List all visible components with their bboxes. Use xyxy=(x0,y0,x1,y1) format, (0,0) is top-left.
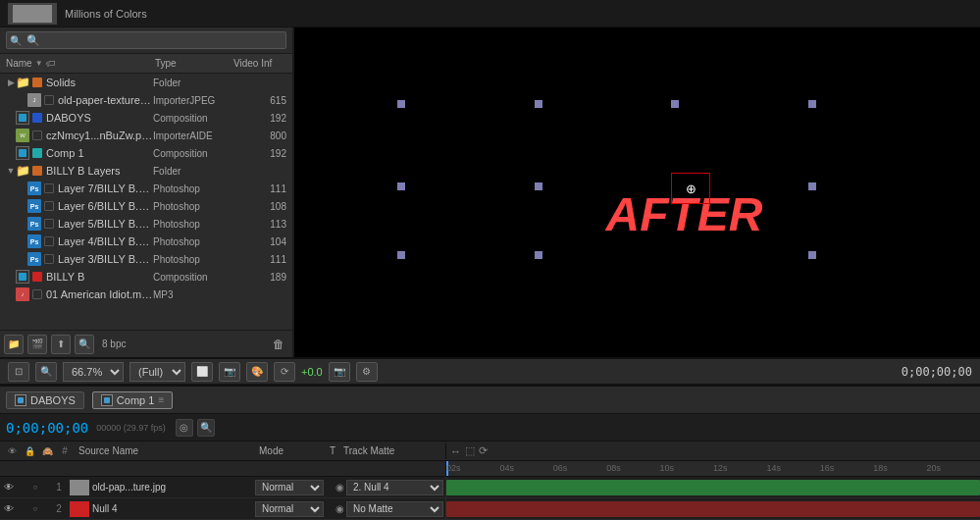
psd-icon: Ps xyxy=(27,199,41,213)
new-comp-button[interactable]: 🎬 xyxy=(27,335,47,354)
solo-button[interactable]: ◎ xyxy=(176,419,193,437)
file-name: DABOYS xyxy=(46,112,153,124)
search-input[interactable] xyxy=(6,31,286,49)
file-expand-arrow[interactable]: ▼ xyxy=(6,166,16,176)
file-list-item[interactable]: PsLayer 6/BILLY B.psdPhotoshop108 xyxy=(0,197,292,215)
tab-comp1-icon xyxy=(101,394,113,406)
file-type: Composition xyxy=(153,272,232,283)
timeline-layer-row: 👁 ○ 1 old-pap...ture.jpg Normal ◉ 2. Nul… xyxy=(0,477,980,498)
tl-shy-header: 🙈 xyxy=(39,443,55,459)
folder-icon: 📁 xyxy=(16,164,30,178)
file-name: BILLY B xyxy=(46,271,153,283)
file-list-item[interactable]: BILLY BComposition189 xyxy=(0,268,292,286)
layer-solo[interactable]: ○ xyxy=(29,504,41,513)
psd-icon: Ps xyxy=(27,234,41,248)
delete-button[interactable]: 🗑 xyxy=(269,335,288,354)
file-num: 111 xyxy=(232,254,290,265)
search-timeline-button[interactable]: 🔍 xyxy=(197,419,215,437)
tl-matte-col: Track Matte xyxy=(343,445,441,456)
file-list-item[interactable]: DABOYSComposition192 xyxy=(0,109,292,127)
zoom-out-button[interactable]: 🔍 xyxy=(35,362,57,382)
preview-dot xyxy=(808,100,816,108)
file-expand-arrow[interactable]: ▶ xyxy=(6,78,16,87)
layer-eye[interactable]: 👁 xyxy=(2,503,16,514)
jpg-icon: J xyxy=(27,93,41,107)
file-color-dot xyxy=(32,148,42,158)
ruler-mark: 18s xyxy=(873,463,888,473)
file-list-item[interactable]: Jold-paper-texture.jpgImporterJPEG615 xyxy=(0,91,292,109)
file-list-item[interactable]: PsLayer 4/BILLY B.psdPhotoshop104 xyxy=(0,233,292,250)
file-num: 189 xyxy=(232,272,290,283)
preview-icon1[interactable]: ⬜ xyxy=(191,362,213,382)
layer-matte-select[interactable]: 2. Null 4 xyxy=(346,480,443,495)
file-type: Photoshop xyxy=(153,236,232,247)
zoom-select[interactable]: 66.7% 100% 50% xyxy=(63,362,124,382)
layer-name: old-pap...ture.jpg xyxy=(92,482,255,493)
preview-dot xyxy=(397,251,405,259)
main-area: 🔍 Name ▼ 🏷 Type Video Inf ▶📁SolidsFolder… xyxy=(0,27,980,357)
layer-solo[interactable]: ○ xyxy=(29,483,41,492)
file-color-dot xyxy=(32,113,42,123)
matte-icon: ◉ xyxy=(335,482,344,493)
tl-icon2[interactable]: ⬚ xyxy=(465,444,475,457)
timeline-controls: 0;00;00;00 00000 (29.97 fps) ◎ 🔍 xyxy=(0,414,980,442)
tl-icon3[interactable]: ⟳ xyxy=(479,444,488,457)
file-type: Folder xyxy=(153,166,232,177)
preview-timecode: 0;00;00;00 xyxy=(902,365,972,379)
preview-icon3[interactable]: 🎨 xyxy=(246,362,268,382)
file-name: Layer 4/BILLY B.psd xyxy=(58,235,153,247)
ruler-mark: 14s xyxy=(766,463,781,473)
tab-daboys[interactable]: DABOYS xyxy=(6,391,84,409)
preview-dot xyxy=(808,182,816,190)
project-col-headers: Name ▼ 🏷 Type Video Inf xyxy=(0,54,292,74)
layer-bar[interactable] xyxy=(446,480,980,495)
col-name-header: Name ▼ 🏷 xyxy=(0,58,155,69)
preview-icon4[interactable]: ⟳ xyxy=(274,362,295,382)
layer-mode-select[interactable]: Normal xyxy=(255,480,324,495)
quality-select[interactable]: (Full) (Half) xyxy=(129,362,185,382)
ruler-mark: 06s xyxy=(553,463,568,473)
tl-icon1[interactable]: ↔ xyxy=(450,445,461,457)
search-button[interactable]: 🔍 xyxy=(75,335,94,354)
file-type: ImporterAIDE xyxy=(153,130,232,141)
file-list-item[interactable]: PsLayer 7/BILLY B.psdPhotoshop111 xyxy=(0,180,292,197)
file-list-item[interactable]: ▼📁BILLY B LayersFolder xyxy=(0,162,292,180)
file-name: Layer 6/BILLY B.psd xyxy=(58,200,153,212)
new-folder-button[interactable]: 📁 xyxy=(4,335,24,354)
layer-matte-select[interactable]: No Matte xyxy=(346,501,443,517)
file-list-item[interactable]: ▶📁SolidsFolder xyxy=(0,74,292,91)
layer-num: 1 xyxy=(51,482,67,493)
tab-comp1[interactable]: Comp 1 ≡ xyxy=(92,391,173,409)
project-file-list[interactable]: ▶📁SolidsFolderJold-paper-texture.jpgImpo… xyxy=(0,74,292,330)
file-list-item[interactable]: WczNmcy1...nBuZw.png.webpImporterAIDE800 xyxy=(0,127,292,144)
preview-icon2[interactable]: 📷 xyxy=(219,362,240,382)
psd-icon: Ps xyxy=(27,182,41,195)
project-panel: 🔍 Name ▼ 🏷 Type Video Inf ▶📁SolidsFolder… xyxy=(0,27,294,357)
file-color-dot xyxy=(44,219,54,229)
layer-mode-select[interactable]: Normal xyxy=(255,501,324,517)
preview-dot xyxy=(535,182,542,190)
file-name: Layer 7/BILLY B.psd xyxy=(58,182,153,194)
tab-daboys-label: DABOYS xyxy=(30,394,76,406)
settings-button[interactable]: ⚙ xyxy=(356,362,378,382)
file-list-item[interactable]: PsLayer 3/BILLY B.psdPhotoshop111 xyxy=(0,250,292,268)
ruler-mark: 16s xyxy=(820,463,835,473)
layer-bar[interactable] xyxy=(446,501,980,517)
bpc-label: 8 bpc xyxy=(102,338,126,349)
layer-eye[interactable]: 👁 xyxy=(2,482,16,493)
file-type: ImporterJPEG xyxy=(153,95,232,106)
file-list-item[interactable]: ♪01 American Idiot.mp3MP3 xyxy=(0,286,292,303)
sort-icon: ▼ xyxy=(35,59,43,68)
import-button[interactable]: ⬆ xyxy=(51,335,71,354)
tl-lock-header: 🔒 xyxy=(22,443,37,459)
timeline-timecode: 0;00;00;00 xyxy=(6,420,88,436)
plus-value: +0.0 xyxy=(301,366,323,378)
preview-dot xyxy=(535,100,542,108)
camera-button[interactable]: 📷 xyxy=(329,362,350,382)
tl-ruler-right: 02s04s06s08s10s12s14s16s18s20s xyxy=(446,461,980,476)
file-list-item[interactable]: PsLayer 5/BILLY B.psdPhotoshop113 xyxy=(0,215,292,233)
fit-to-comp-button[interactable]: ⊡ xyxy=(8,362,29,382)
layer-num: 2 xyxy=(51,503,67,514)
thumbnail-preview xyxy=(8,3,57,25)
file-list-item[interactable]: Comp 1Composition192 xyxy=(0,144,292,162)
